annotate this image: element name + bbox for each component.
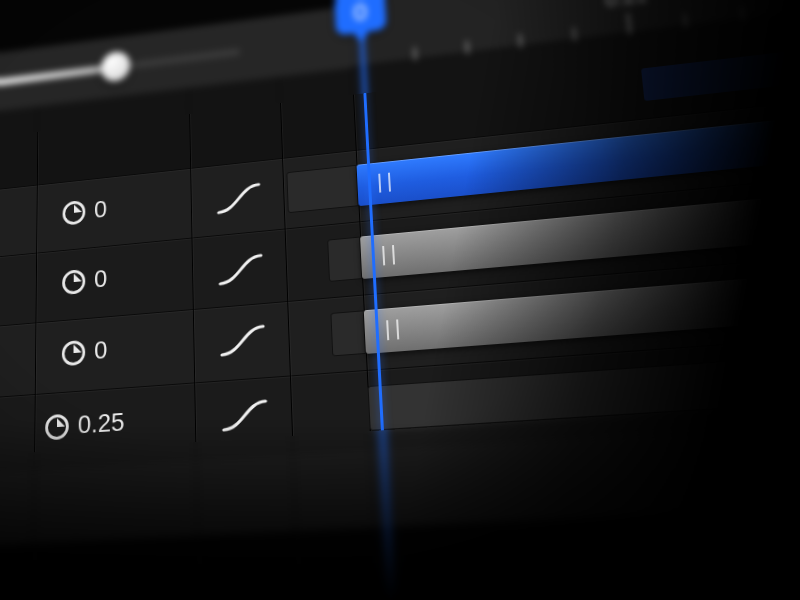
easing-curve-icon[interactable]	[219, 322, 266, 359]
track-delay-value: 0	[94, 195, 107, 224]
track-delay-field[interactable]: 0	[62, 264, 107, 297]
stopwatch-icon	[62, 269, 85, 295]
easing-curve-icon[interactable]	[218, 251, 264, 287]
easing-curve-icon[interactable]	[221, 397, 268, 434]
track-delay-field[interactable]: 0	[62, 335, 108, 368]
track-delay-value: 0	[94, 264, 107, 294]
track-delay-value: 0.25	[78, 407, 125, 440]
track-delay-field[interactable]: 0	[63, 195, 107, 228]
stopwatch-icon	[62, 339, 85, 365]
clip-lead-handle[interactable]	[286, 165, 358, 213]
track-delay-value: 0	[94, 335, 107, 366]
easing-curve-icon[interactable]	[216, 181, 261, 217]
stopwatch-icon	[63, 200, 86, 226]
stopwatch-icon	[45, 413, 69, 440]
playhead-position-label: 0	[353, 0, 368, 26]
track-delay-field[interactable]: 0.25	[45, 407, 124, 442]
ruler-tick-label: 0.25	[604, 0, 650, 12]
clip-lead-handle[interactable]	[327, 237, 362, 282]
clip-lead-handle[interactable]	[330, 310, 366, 356]
